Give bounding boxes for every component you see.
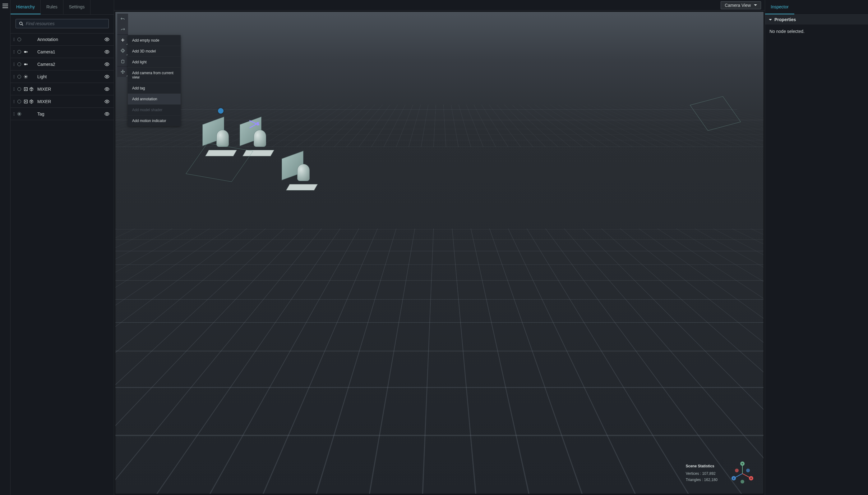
drag-handle-icon[interactable]: [14, 100, 14, 103]
svg-point-5: [106, 64, 108, 65]
camera-view-button[interactable]: Camera View: [721, 1, 761, 9]
hierarchy-panel: Hierarchy Rules Settings Annotation: [11, 0, 114, 495]
tree-item-camera2[interactable]: Camera2: [11, 58, 114, 70]
svg-point-1: [106, 39, 108, 40]
svg-point-6: [25, 76, 27, 77]
scene-mixer[interactable]: [282, 155, 322, 198]
menu-add-motion-indicator[interactable]: Add motion indicator: [128, 116, 181, 126]
hierarchy-tree: Annotation Camera1: [11, 31, 114, 122]
expand-icon[interactable]: [23, 99, 28, 104]
menu-add-model-shader: Add model shader: [128, 105, 181, 116]
radio-select[interactable]: [17, 100, 21, 103]
svg-point-13: [121, 50, 125, 52]
delete-button[interactable]: [117, 56, 128, 66]
inspector-panel: Inspector Properties No node selected.: [765, 0, 868, 495]
tree-item-camera1[interactable]: Camera1: [11, 46, 114, 58]
camera-icon: [23, 62, 28, 66]
move-button[interactable]: [117, 66, 128, 77]
hamburger-menu-icon[interactable]: [2, 4, 8, 8]
radio-select[interactable]: [17, 112, 21, 116]
properties-header[interactable]: Properties: [765, 15, 868, 24]
svg-point-11: [106, 101, 108, 102]
left-rail: [0, 0, 11, 495]
stats-vertices: Vertices : 107,892: [686, 472, 718, 476]
radio-select[interactable]: [17, 50, 21, 54]
tree-item-label: Tag: [37, 112, 102, 117]
tab-settings[interactable]: Settings: [63, 0, 91, 14]
visibility-icon[interactable]: [104, 99, 110, 104]
scene-tag[interactable]: [218, 108, 224, 114]
radio-select[interactable]: [17, 38, 21, 41]
drag-handle-icon[interactable]: [14, 113, 14, 116]
model-icon: [29, 99, 34, 104]
tab-rules[interactable]: Rules: [41, 0, 63, 14]
svg-text:X: X: [750, 477, 752, 480]
viewport-toolbar: [117, 14, 128, 77]
properties-label: Properties: [774, 17, 796, 22]
tab-inspector[interactable]: Inspector: [765, 0, 794, 14]
add-button[interactable]: [117, 35, 128, 45]
visibility-icon[interactable]: [104, 87, 110, 91]
visibility-icon[interactable]: [104, 37, 110, 42]
tree-item-tag[interactable]: Tag: [11, 108, 114, 120]
visibility-icon[interactable]: [104, 74, 110, 79]
radio-select[interactable]: [17, 75, 21, 79]
tree-item-label: MIXER: [37, 99, 102, 104]
menu-add-annotation[interactable]: Add annotation: [128, 94, 181, 105]
search-input[interactable]: [26, 21, 105, 26]
tree-item-label: Light: [37, 74, 102, 79]
visibility-icon[interactable]: [104, 112, 110, 117]
svg-point-0: [20, 22, 22, 25]
tree-item-label: Annotation: [37, 37, 102, 42]
drag-handle-icon[interactable]: [14, 63, 14, 66]
tree-item-mixer[interactable]: MIXER: [11, 83, 114, 95]
stats-title: Scene Statistics: [686, 464, 718, 468]
rotate-button[interactable]: [117, 45, 128, 56]
drag-handle-icon[interactable]: [14, 75, 14, 78]
redo-button[interactable]: [117, 24, 128, 35]
caret-down-icon: [754, 4, 757, 6]
svg-point-22: [746, 468, 750, 472]
viewport-3d[interactable]: Add empty node Add 3D model Add light Ad…: [115, 12, 764, 494]
add-context-menu: Add empty node Add 3D model Add light Ad…: [128, 35, 181, 126]
svg-point-21: [735, 468, 739, 472]
svg-rect-2: [24, 51, 27, 52]
menu-add-light[interactable]: Add light: [128, 57, 181, 68]
svg-text:Y: Y: [741, 462, 743, 465]
visibility-icon[interactable]: [104, 49, 110, 54]
tree-item-mixer[interactable]: MIXER: [11, 95, 114, 108]
svg-point-12: [106, 113, 108, 115]
menu-add-camera-from-view[interactable]: Add camera from current view: [128, 68, 181, 83]
menu-add-tag[interactable]: Add tag: [128, 83, 181, 94]
viewport-header: Camera View: [114, 0, 765, 11]
camera-icon: [23, 50, 28, 54]
caret-down-icon: [769, 19, 772, 20]
tree-item-annotation[interactable]: Annotation: [11, 33, 114, 46]
viewport-panel: Camera View: [114, 0, 765, 495]
expand-icon[interactable]: [23, 87, 28, 91]
svg-text:Z: Z: [733, 477, 735, 480]
radio-select[interactable]: [17, 63, 21, 66]
drag-handle-icon[interactable]: [14, 38, 14, 41]
svg-rect-4: [24, 63, 27, 65]
view-cube[interactable]: Y X Z: [730, 461, 755, 486]
drag-handle-icon[interactable]: [14, 88, 14, 91]
svg-point-9: [106, 88, 108, 90]
undo-button[interactable]: [117, 14, 128, 24]
tree-item-label: Camera1: [37, 49, 102, 54]
visibility-icon[interactable]: [104, 62, 110, 67]
svg-point-23: [740, 480, 744, 483]
tree-item-light[interactable]: Light: [11, 70, 114, 83]
tree-item-label: Camera2: [37, 62, 102, 67]
radio-select[interactable]: [17, 87, 21, 91]
svg-point-3: [106, 51, 108, 52]
stats-triangles: Triangles : 162,180: [686, 478, 718, 482]
no-selection-message: No node selected.: [765, 24, 868, 38]
menu-add-empty-node[interactable]: Add empty node: [128, 35, 181, 46]
camera-view-label: Camera View: [725, 3, 751, 8]
tree-item-label: MIXER: [37, 87, 102, 91]
tab-hierarchy[interactable]: Hierarchy: [11, 0, 41, 14]
menu-add-3d-model[interactable]: Add 3D model: [128, 46, 181, 57]
search-box: [16, 19, 109, 28]
drag-handle-icon[interactable]: [14, 50, 14, 53]
